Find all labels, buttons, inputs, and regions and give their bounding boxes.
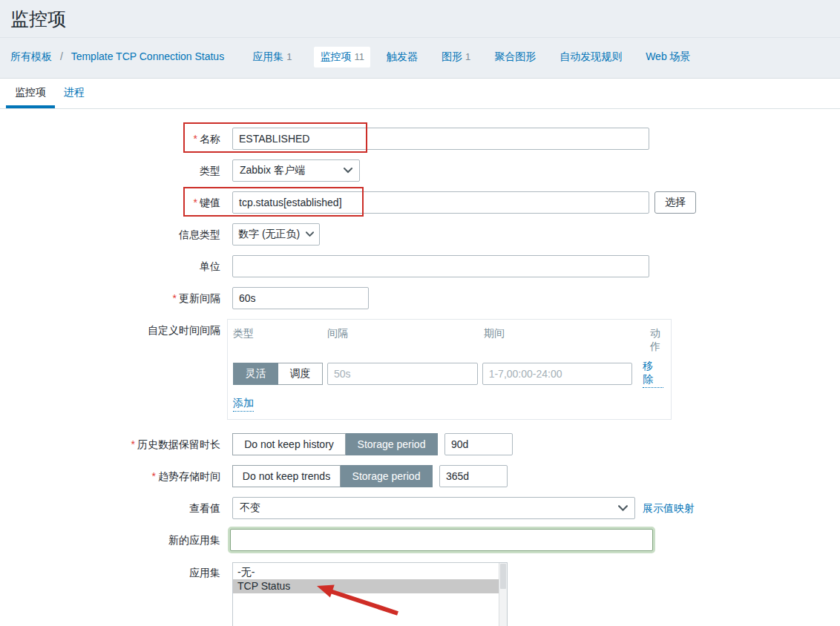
history-row: *历史数据保留时长 Do not keep history Storage pe…	[0, 433, 840, 455]
template-nav: 应用集1 监控项11 触发器 图形1 聚合图形 自动发现规则 Web 场景	[251, 47, 712, 67]
breadcrumb-nav-band: 所有模板 / Template TCP Connection Status 应用…	[0, 38, 840, 79]
key-select-button[interactable]: 选择	[654, 191, 696, 214]
trends-toggle: Do not keep trends Storage period	[232, 465, 433, 487]
new-application-label: 新的应用集	[0, 529, 232, 551]
type-row: 类型 Zabbix 客户端	[0, 159, 840, 182]
info-type-select[interactable]: 数字 (无正负)	[232, 223, 320, 246]
item-form: *名称 类型 Zabbix 客户端 *键值 选择 信息类型 数字 (无正负)	[0, 109, 840, 626]
chevron-down-icon	[306, 231, 314, 237]
key-label: 键值	[200, 197, 220, 208]
show-value-row: 查看值 不变 展示值映射	[0, 497, 840, 519]
trends-row: *趋势存储时间 Do not keep trends Storage perio…	[0, 465, 840, 487]
history-period-input[interactable]	[444, 433, 513, 455]
add-link[interactable]: 添加	[233, 397, 254, 412]
header-type: 类型	[233, 327, 327, 354]
breadcrumb: 所有模板 / Template TCP Connection Status	[10, 50, 224, 64]
new-application-row: 新的应用集	[0, 529, 840, 551]
required-asterisk: *	[173, 292, 177, 304]
history-toggle: Do not keep history Storage period	[232, 433, 438, 455]
nav-item-web-scenarios[interactable]: Web 场景	[644, 47, 692, 67]
trends-storage-toggle[interactable]: Storage period	[341, 465, 433, 487]
trends-off-toggle[interactable]: Do not keep trends	[232, 465, 341, 487]
info-type-label: 信息类型	[0, 223, 232, 246]
update-interval-label: 更新间隔	[179, 292, 220, 304]
scrollbar-thumb[interactable]	[500, 564, 506, 589]
header-action: 动作	[640, 327, 663, 354]
required-asterisk: *	[194, 197, 197, 208]
nav-item-graphs[interactable]: 图形1	[440, 47, 472, 67]
name-input[interactable]	[232, 128, 649, 150]
history-off-toggle[interactable]: Do not keep history	[232, 433, 346, 455]
tab-preprocessing[interactable]: 进程	[55, 79, 93, 108]
application-option-none[interactable]: -无-	[233, 565, 500, 579]
show-value-select[interactable]: 不变	[232, 497, 635, 519]
history-storage-toggle[interactable]: Storage period	[346, 433, 438, 455]
nav-item-applications[interactable]: 应用集1	[251, 47, 293, 67]
show-value-label: 查看值	[0, 497, 232, 519]
applications-listbox[interactable]: -无- TCP Status	[232, 562, 508, 626]
applications-row: 应用集 -无- TCP Status	[0, 562, 840, 626]
name-row: *名称	[0, 128, 840, 150]
update-interval-row: *更新间隔	[0, 287, 840, 309]
breadcrumb-separator: /	[60, 50, 63, 62]
units-input[interactable]	[232, 255, 649, 277]
listbox-scrollbar[interactable]	[499, 563, 507, 626]
units-label: 单位	[0, 255, 232, 277]
header-period: 期间	[484, 327, 640, 354]
nav-item-discovery-rules[interactable]: 自动发现规则	[558, 47, 623, 67]
new-application-input[interactable]	[230, 529, 653, 551]
period-input[interactable]	[482, 363, 633, 385]
interval-type-toggle: 灵活 调度	[233, 363, 323, 385]
form-tab-bar: 监控项 进程	[0, 79, 840, 109]
nav-item-screens[interactable]: 聚合图形	[493, 47, 537, 67]
name-label: 名称	[200, 133, 220, 145]
nav-item-triggers[interactable]: 触发器	[385, 47, 419, 67]
show-value-mappings-link[interactable]: 展示值映射	[643, 497, 695, 519]
units-row: 单位	[0, 255, 840, 277]
required-asterisk: *	[194, 133, 197, 145]
type-label: 类型	[0, 159, 232, 182]
breadcrumb-all-templates[interactable]: 所有模板	[10, 50, 52, 62]
interval-input[interactable]	[327, 363, 478, 385]
breadcrumb-template-name[interactable]: Template TCP Connection Status	[71, 50, 225, 62]
update-interval-input[interactable]	[232, 287, 369, 309]
page-header: 监控项 所有模板 / Template TCP Connection Statu…	[0, 0, 840, 79]
scheduling-toggle[interactable]: 调度	[278, 363, 323, 385]
custom-intervals-row: 自定义时间间隔 类型 间隔 期间 动作 灵活 调度 移除 添加	[0, 319, 840, 420]
application-option-tcp-status[interactable]: TCP Status	[233, 579, 500, 593]
custom-intervals-headers: 类型 间隔 期间 动作	[233, 327, 663, 354]
trends-period-input[interactable]	[439, 465, 508, 487]
custom-intervals-label: 自定义时间间隔	[0, 319, 232, 420]
flexible-toggle[interactable]: 灵活	[233, 363, 278, 385]
required-asterisk: *	[152, 470, 156, 482]
type-select[interactable]: Zabbix 客户端	[232, 159, 360, 182]
nav-item-items[interactable]: 监控项11	[314, 47, 370, 67]
custom-interval-row: 灵活 调度 移除	[233, 360, 663, 388]
trends-label: 趋势存储时间	[158, 470, 220, 482]
chevron-down-icon	[344, 168, 352, 174]
header-interval: 间隔	[327, 327, 484, 354]
key-input[interactable]	[232, 191, 649, 214]
tab-item[interactable]: 监控项	[6, 79, 55, 108]
remove-link[interactable]: 移除	[643, 360, 663, 388]
chevron-down-icon	[618, 505, 628, 512]
info-type-row: 信息类型 数字 (无正负)	[0, 223, 840, 246]
key-row: *键值 选择	[0, 191, 840, 214]
title-band: 监控项	[0, 0, 840, 38]
page-title: 监控项	[10, 8, 66, 29]
history-label: 历史数据保留时长	[137, 438, 220, 450]
applications-label: 应用集	[0, 562, 232, 626]
required-asterisk: *	[131, 438, 135, 450]
custom-intervals-panel: 类型 间隔 期间 动作 灵活 调度 移除 添加	[227, 319, 672, 420]
